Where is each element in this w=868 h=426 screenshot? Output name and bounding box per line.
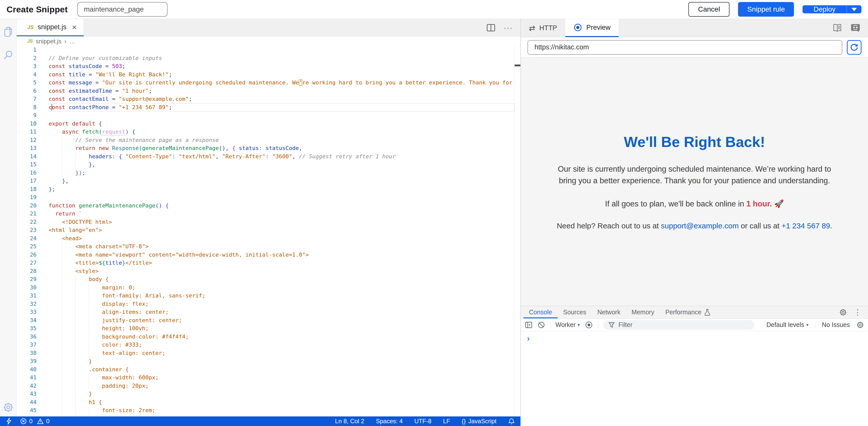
encoding-setting[interactable]: UTF-8 — [414, 418, 432, 425]
console-log-area[interactable]: › — [521, 331, 868, 426]
close-icon[interactable]: × — [72, 23, 77, 31]
code-line[interactable]: 14 headers: { "Content-Type": "text/html… — [17, 152, 515, 161]
code-line[interactable]: 25 <meta charset="UTF-8"> — [17, 243, 515, 251]
execution-context-selector[interactable]: Worker▾ — [555, 321, 580, 329]
code-line[interactable]: 11 async fetch(request) { — [17, 128, 515, 136]
tab-console[interactable]: Console — [523, 306, 558, 318]
tab-http[interactable]: ⇄ HTTP — [521, 19, 565, 37]
code-editor[interactable]: 12// Define your customizable inputs3con… — [17, 46, 520, 417]
discord-icon[interactable] — [850, 23, 861, 33]
code-line[interactable]: 15 }, — [17, 161, 515, 169]
code-line[interactable]: 13 return new Response(generateMaintenan… — [17, 144, 515, 152]
breadcrumb-more[interactable]: … — [69, 38, 75, 45]
code-line[interactable]: 8const contactPhone = "+1 234 567 89"; — [17, 103, 515, 112]
files-icon[interactable] — [3, 26, 13, 37]
code-line[interactable]: 34 justify-content: center; — [17, 316, 515, 325]
support-email-link[interactable]: support@example.com — [661, 222, 739, 230]
log-levels-dropdown[interactable]: Default levels▾ — [767, 321, 809, 329]
code-line-content: return new Response(generateMaintenanceP… — [49, 144, 515, 152]
clear-console-icon[interactable] — [537, 321, 545, 329]
code-line[interactable]: 21 return ` — [17, 210, 515, 218]
code-line[interactable]: 16 }); — [17, 169, 515, 177]
code-line[interactable]: 18}; — [17, 185, 515, 194]
code-line[interactable]: 36 background-color: #f4f4f4; — [17, 333, 515, 341]
code-line-content: const contactEmail = "support@example.co… — [49, 95, 515, 103]
deploy-dropdown-button[interactable] — [847, 5, 862, 13]
tab-memory[interactable]: Memory — [626, 306, 660, 318]
code-line[interactable]: 38 text-align: center; — [17, 349, 515, 358]
tab-sources[interactable]: Sources — [558, 306, 592, 318]
tab-network[interactable]: Network — [592, 306, 626, 318]
console-sidebar-toggle-icon[interactable] — [525, 321, 532, 329]
code-line[interactable]: 44 h1 { — [17, 398, 515, 406]
line-number: 20 — [17, 202, 49, 210]
code-line-content: <html lang="en"> — [49, 226, 515, 234]
console-settings-gear-icon[interactable] — [857, 321, 864, 329]
code-line[interactable]: 5const message = "Our site is currently … — [17, 79, 515, 87]
code-line[interactable]: 4const title = "We'll Be Right Back!"; — [17, 70, 515, 79]
code-line[interactable]: 26 <meta name="viewport" content="width=… — [17, 251, 515, 259]
code-line[interactable]: 30 margin: 0; — [17, 284, 515, 292]
deploy-button[interactable]: Deploy — [803, 5, 847, 13]
search-icon[interactable] — [3, 50, 13, 60]
code-line[interactable]: 22 <!DOCTYPE html> — [17, 218, 515, 226]
code-line[interactable]: 28 <style> — [17, 267, 515, 276]
code-line[interactable]: 33 align-items: center; — [17, 308, 515, 316]
tab-preview[interactable]: Preview — [565, 19, 619, 37]
editor-scrollbar[interactable] — [515, 46, 520, 417]
line-number: 27 — [17, 259, 49, 267]
code-line[interactable]: 3const statusCode = 503; — [17, 62, 515, 70]
code-line[interactable]: 29 body { — [17, 275, 515, 284]
issues-counter[interactable]: No Issues — [822, 321, 850, 329]
console-filter-input[interactable]: Filter — [603, 320, 754, 330]
indentation-setting[interactable]: Spaces: 4 — [376, 418, 403, 425]
notifications-bell-icon[interactable] — [508, 418, 515, 425]
refresh-button[interactable] — [847, 40, 862, 55]
code-line[interactable]: 27 <title>${title}</title> — [17, 259, 515, 267]
code-line[interactable]: 39 } — [17, 357, 515, 366]
tab-snippet-js[interactable]: JS snippet.js × — [17, 19, 84, 36]
more-actions-icon[interactable]: ··· — [504, 24, 513, 32]
code-line[interactable]: 45 font-size: 2rem; — [17, 406, 515, 415]
breadcrumb[interactable]: JS snippet.js › … — [17, 36, 520, 46]
snippet-name-input[interactable] — [77, 2, 167, 17]
kebab-menu-icon[interactable]: ⋮ — [854, 308, 862, 317]
code-line[interactable]: 20function generateMaintenancePage() { — [17, 202, 515, 210]
phone-link[interactable]: +1 234 567 89 — [782, 222, 830, 230]
eol-setting[interactable]: LF — [443, 418, 450, 425]
code-line[interactable]: 46 color: #0056b3; — [17, 415, 515, 417]
code-line[interactable]: 19 — [17, 193, 515, 202]
remote-bolt-icon[interactable] — [5, 418, 12, 425]
code-line[interactable]: 23<html lang="en"> — [17, 226, 515, 234]
snippet-rule-button[interactable]: Snippet rule — [738, 2, 794, 17]
code-line[interactable]: 43 } — [17, 390, 515, 398]
preview-url-input[interactable] — [527, 40, 842, 55]
cancel-button[interactable]: Cancel — [688, 2, 730, 17]
code-line[interactable]: 31 font-family: Arial, sans-serif; — [17, 292, 515, 300]
code-line[interactable]: 32 display: flex; — [17, 300, 515, 308]
code-line[interactable]: 2// Define your customizable inputs — [17, 54, 515, 62]
tab-performance[interactable]: Performance — [660, 306, 716, 318]
code-line[interactable]: 42 padding: 20px; — [17, 382, 515, 390]
breadcrumb-file[interactable]: snippet.js — [36, 38, 61, 45]
code-line[interactable]: 1 — [17, 46, 515, 54]
code-line[interactable]: 10export default { — [17, 120, 515, 128]
language-mode[interactable]: {} JavaScript — [462, 418, 496, 425]
code-line[interactable]: 41 max-width: 600px; — [17, 374, 515, 382]
code-line[interactable]: 7const contactEmail = "support@example.c… — [17, 95, 515, 103]
docs-book-icon[interactable] — [832, 23, 842, 33]
settings-gear-icon[interactable] — [3, 402, 14, 413]
code-line[interactable]: 6const estimatedTime = "1 hour"; — [17, 87, 515, 95]
cursor-position[interactable]: Ln 8, Col 2 — [335, 418, 364, 425]
code-line[interactable]: 17 }, — [17, 177, 515, 185]
code-line[interactable]: 12 // Serve the maintenance page as a re… — [17, 136, 515, 144]
split-editor-icon[interactable] — [487, 24, 495, 31]
code-line[interactable]: 37 color: #333; — [17, 341, 515, 349]
code-line[interactable]: 9 — [17, 111, 515, 120]
live-expression-eye-icon[interactable] — [585, 321, 593, 329]
code-line[interactable]: 35 height: 100vh; — [17, 324, 515, 333]
code-line[interactable]: 24 <head> — [17, 234, 515, 243]
devtools-settings-gear-icon[interactable] — [839, 309, 847, 316]
problems-indicator[interactable]: 0 0 — [20, 418, 50, 425]
code-line[interactable]: 40 .container { — [17, 366, 515, 374]
